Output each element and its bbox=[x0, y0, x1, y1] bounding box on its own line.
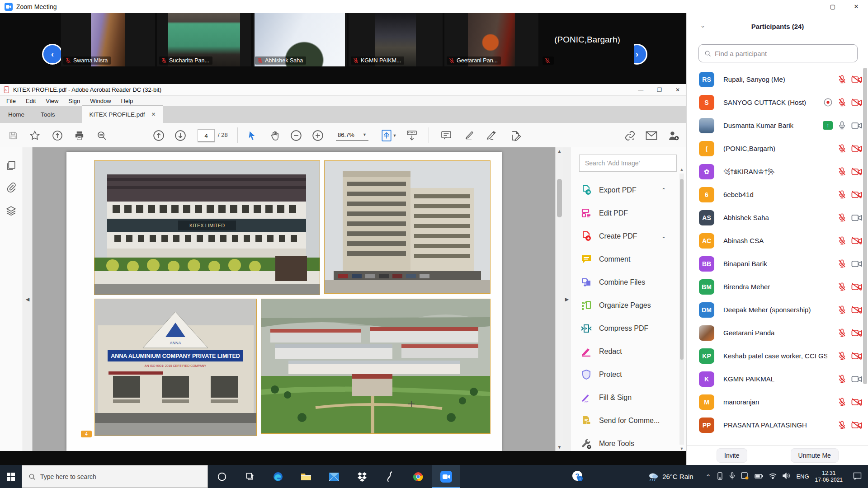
tab-home[interactable]: Home bbox=[0, 106, 33, 123]
tools-scroll-down-icon[interactable]: ▼ bbox=[679, 446, 684, 451]
participant-row[interactable]: KKGMN PAIKMAL bbox=[687, 367, 868, 390]
tool-export-pdf[interactable]: Export PDF ⌃ bbox=[571, 179, 679, 202]
participant-row[interactable]: Geetarani Panda bbox=[687, 321, 868, 344]
zoom-minimize-button[interactable]: — bbox=[797, 0, 821, 13]
clock[interactable]: 12:31 17-06-2021 bbox=[815, 470, 843, 483]
tray-expand-chevron-icon[interactable]: ⌃ bbox=[706, 473, 711, 480]
tray-wifi-icon[interactable] bbox=[769, 473, 777, 480]
acrobat-close-button[interactable]: ✕ bbox=[675, 87, 680, 93]
chevron-down-icon[interactable]: ⌄ bbox=[661, 233, 666, 239]
zoom-level-dropdown[interactable]: 86.7%▼ bbox=[336, 129, 368, 141]
right-pane-collapse-strip[interactable]: ▶ bbox=[563, 147, 571, 451]
video-tile[interactable]: Abhishek Saha bbox=[253, 13, 347, 66]
tools-panel-scrollbar[interactable]: ▲ ▼ bbox=[679, 174, 684, 445]
participant-row[interactable]: 66ebeb41d bbox=[687, 183, 868, 206]
video-tile[interactable]: Sucharita Pan... bbox=[157, 13, 251, 66]
highlighter-tool-icon[interactable] bbox=[463, 129, 476, 142]
participant-row[interactable]: ✿꧁†♔KIRAN♔†꧂ bbox=[687, 160, 868, 183]
participants-scrollbar[interactable] bbox=[863, 68, 867, 461]
find-icon[interactable] bbox=[95, 129, 108, 142]
zoom-close-button[interactable]: ✕ bbox=[844, 0, 868, 13]
tray-volume-icon[interactable] bbox=[783, 473, 790, 480]
participant-row[interactable]: Dusmanta Kumar Barik ↑ bbox=[687, 114, 868, 137]
tool-edit-pdf[interactable]: Edit PDF bbox=[571, 202, 679, 225]
sign-pen-icon[interactable] bbox=[485, 129, 498, 142]
participant-row[interactable]: PPPRASANTA PALATASINGH bbox=[687, 413, 868, 436]
panel-collapse-chevron-icon[interactable]: ⌄ bbox=[700, 22, 705, 29]
tray-battery-icon[interactable] bbox=[755, 473, 763, 480]
lightning-app-icon[interactable] bbox=[376, 465, 404, 488]
tray-microphone-icon[interactable] bbox=[729, 472, 735, 481]
tool-fill-sign[interactable]: Fill & Sign bbox=[571, 386, 679, 409]
tab-tools[interactable]: Tools bbox=[33, 106, 63, 123]
previous-page-icon[interactable] bbox=[152, 129, 165, 142]
tool-protect[interactable]: Protect bbox=[571, 363, 679, 386]
star-icon[interactable] bbox=[28, 129, 42, 142]
tools-scroll-up-icon[interactable]: ▲ bbox=[679, 167, 684, 172]
tool-compress-pdf[interactable]: Compress PDF bbox=[571, 317, 679, 340]
video-tile[interactable]: Geetarani Pan... bbox=[444, 13, 538, 66]
tool-comment[interactable]: Comment bbox=[571, 248, 679, 271]
page-number-input[interactable]: 4 bbox=[198, 129, 215, 142]
participant-row[interactable]: KPKeshab patel case worker, CCI GS... bbox=[687, 344, 868, 367]
menu-window[interactable]: Window bbox=[90, 98, 111, 104]
collapse-left-icon[interactable]: ◀ bbox=[26, 296, 29, 302]
tab-document[interactable]: KITEX PROFILE.pdf ✕ bbox=[82, 105, 163, 123]
tools-search-box[interactable]: Search 'Add Image' bbox=[579, 155, 677, 172]
video-tile[interactable]: KGMN PAIKM... bbox=[349, 13, 443, 66]
scroll-down-icon[interactable]: ▼ bbox=[556, 445, 563, 450]
tray-app-notification-icon[interactable] bbox=[741, 472, 749, 481]
weather-widget[interactable]: 26°C Rain bbox=[648, 472, 693, 481]
participant-row[interactable]: BBBinapani Barik bbox=[687, 252, 868, 275]
start-button[interactable] bbox=[0, 465, 22, 488]
tools-scrollbar-thumb[interactable] bbox=[680, 179, 684, 360]
tool-send-for-comme[interactable]: Send for Comme... bbox=[571, 409, 679, 432]
tool-create-pdf[interactable]: Create PDF ⌄ bbox=[571, 225, 679, 248]
invite-button[interactable]: Invite bbox=[717, 448, 747, 463]
menu-edit[interactable]: Edit bbox=[26, 98, 36, 104]
participant-row[interactable]: ((PONIC,Bargarh) bbox=[687, 137, 868, 160]
select-tool-icon[interactable] bbox=[245, 129, 259, 142]
dropbox-icon[interactable] bbox=[348, 465, 376, 488]
acrobat-minimize-button[interactable]: — bbox=[638, 87, 643, 93]
participant-row[interactable]: RSRupali, Sanyog (Me) bbox=[687, 68, 868, 91]
toolbar-ruler-icon[interactable] bbox=[405, 129, 419, 142]
previous-videos-button[interactable]: ‹ bbox=[42, 44, 63, 65]
tool-organize-pages[interactable]: Organize Pages bbox=[571, 294, 679, 317]
hand-tool-icon[interactable] bbox=[268, 129, 282, 142]
layers-icon[interactable] bbox=[5, 205, 17, 218]
video-tile[interactable]: Swarna Misra bbox=[61, 13, 155, 66]
menu-view[interactable]: View bbox=[46, 98, 58, 104]
comment-tool-icon[interactable] bbox=[439, 129, 453, 142]
language-indicator[interactable]: ENG bbox=[796, 473, 809, 480]
add-person-icon[interactable] bbox=[666, 129, 680, 142]
next-page-icon[interactable] bbox=[174, 129, 187, 142]
cortana-icon[interactable] bbox=[208, 465, 236, 488]
zoom-out-icon[interactable] bbox=[289, 129, 303, 142]
mail-icon[interactable] bbox=[320, 465, 348, 488]
participant-row[interactable]: BMBirendra Meher bbox=[687, 275, 868, 298]
left-pane-collapse-strip[interactable]: ◀ bbox=[23, 147, 33, 451]
tab-close-icon[interactable]: ✕ bbox=[151, 111, 156, 117]
participant-row[interactable]: DMDeepak Meher (sponsership) bbox=[687, 298, 868, 321]
participant-row[interactable]: SSANYOG CUTTACK (Host) bbox=[687, 91, 868, 114]
participant-row[interactable]: Mmanoranjan bbox=[687, 390, 868, 413]
participant-row[interactable]: ACAbinash CSA bbox=[687, 229, 868, 252]
tool-redact[interactable]: Redact bbox=[571, 340, 679, 363]
menu-file[interactable]: File bbox=[6, 98, 16, 104]
acrobat-maximize-button[interactable]: ❐ bbox=[657, 87, 662, 93]
tool-combine-files[interactable]: Combine Files bbox=[571, 271, 679, 294]
email-icon[interactable] bbox=[645, 129, 658, 142]
tray-phone-icon[interactable] bbox=[717, 472, 723, 481]
file-explorer-icon[interactable] bbox=[292, 465, 320, 488]
edge-icon[interactable] bbox=[264, 465, 292, 488]
print-icon[interactable] bbox=[72, 129, 86, 142]
collapse-right-icon[interactable]: ▶ bbox=[565, 296, 569, 302]
participant-row[interactable]: ASAbhishek Saha bbox=[687, 206, 868, 229]
video-tile[interactable]: (PONIC,Bargarh) bbox=[540, 13, 634, 66]
unmute-me-button[interactable]: Unmute Me bbox=[791, 448, 839, 463]
fill-page-icon[interactable] bbox=[509, 129, 523, 142]
attachments-icon[interactable] bbox=[5, 182, 17, 195]
zoom-in-icon[interactable] bbox=[311, 129, 325, 142]
zoom-maximize-button[interactable]: ▢ bbox=[821, 0, 844, 13]
